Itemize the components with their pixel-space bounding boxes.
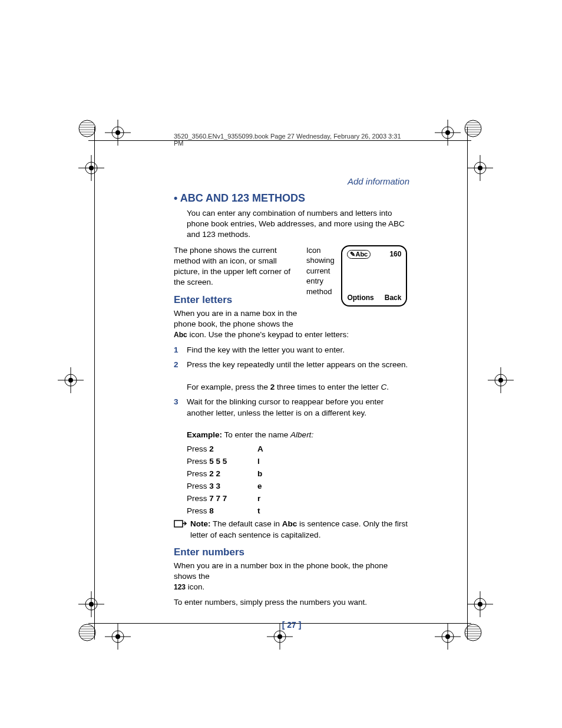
softkey-right: Back [385, 294, 402, 302]
note-text: Note: The default case in Abc is sentenc… [190, 519, 409, 540]
enter-numbers-intro: When you are in a number box in the phon… [174, 561, 409, 593]
enter-numbers-body: To enter numbers, simply press the numbe… [174, 597, 409, 608]
screen-figure: Icon showing current entry method ✎Abc 1… [306, 245, 409, 307]
step-2: 2Press the key repeatedly until the lett… [174, 360, 409, 393]
book-header: 3520_3560.ENv1_9355099.book Page 27 Wedn… [174, 133, 409, 147]
example-table: Press 2A Press 5 5 5l Press 2 2b Press 3… [187, 444, 409, 515]
crop-mark-icon [103, 622, 138, 657]
main-heading-text: ABC AND 123 METHODS [180, 192, 305, 204]
crop-mark-icon [486, 365, 521, 401]
table-row: Press 5 5 5l [187, 457, 409, 466]
page-number: [ 27 ] [174, 620, 409, 630]
steps-list: 1Find the key with the letter you want t… [174, 345, 409, 441]
crop-mark-icon [103, 118, 138, 153]
screen-callout: Icon showing current entry method [306, 245, 339, 297]
table-row: Press 7 7 7r [187, 494, 409, 503]
main-heading: • ABC AND 123 METHODS [174, 192, 409, 205]
enter-letters-title: Enter letters [174, 294, 299, 306]
crop-mark-icon [462, 622, 498, 657]
softkey-left: Options [347, 294, 373, 302]
running-head: Add information [174, 176, 409, 186]
frame-line [94, 127, 95, 640]
frame-line [467, 127, 468, 640]
table-row: Press 2A [187, 444, 409, 453]
enter-numbers-title: Enter numbers [174, 546, 409, 558]
table-row: Press 8t [187, 506, 409, 515]
char-count: 160 [389, 250, 401, 258]
phone-screen: ✎Abc 160 Options Back [341, 245, 407, 307]
table-row: Press 2 2b [187, 469, 409, 478]
enter-letters-intro-b: Abc icon. Use the phone's keypad to ente… [174, 330, 409, 340]
table-row: Press 3 3e [187, 482, 409, 490]
svg-rect-11 [174, 521, 183, 527]
step-3: 3Wait for the blinking cursor to reappea… [174, 397, 409, 442]
note-block: Note: The default case in Abc is sentenc… [174, 519, 409, 540]
crop-mark-icon [465, 589, 501, 625]
method-paragraph: The phone shows the current method with … [174, 245, 299, 288]
intro-paragraph: You can enter any combination of numbers… [187, 208, 409, 241]
123-icon: 123 [174, 583, 186, 591]
abc-icon: Abc [174, 331, 187, 339]
crop-mark-icon [462, 118, 498, 153]
note-icon [174, 519, 186, 540]
input-mode-icon: ✎Abc [347, 250, 371, 259]
crop-mark-icon [56, 365, 91, 401]
crop-mark-icon [465, 153, 501, 189]
step-1: 1Find the key with the letter you want t… [174, 345, 409, 356]
enter-letters-intro-a: When you are in a name box in the phone … [174, 308, 299, 330]
